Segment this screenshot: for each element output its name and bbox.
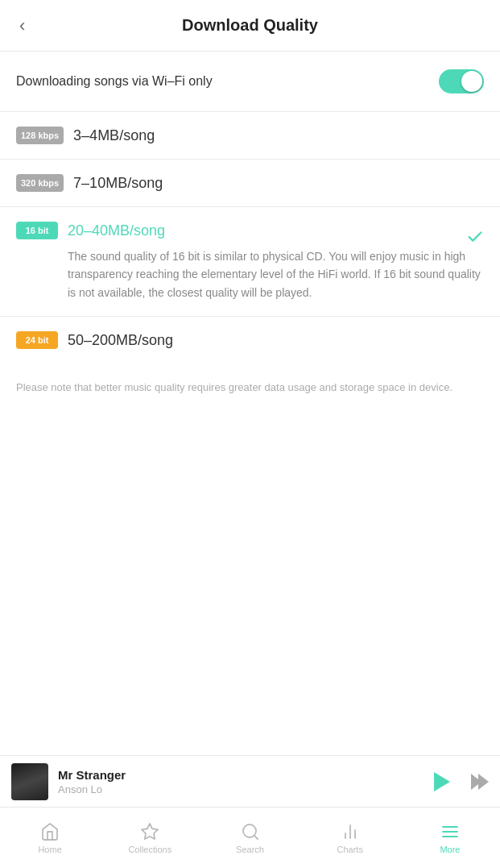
quality-option-320kbps[interactable]: 320 kbps 7–10MB/song	[0, 160, 500, 207]
play-button[interactable]	[426, 767, 455, 796]
bottom-nav: Home Collections Search Charts More	[0, 807, 500, 868]
nav-item-search[interactable]: Search	[200, 808, 300, 868]
svg-marker-0	[142, 824, 158, 839]
page-title: Download Quality	[182, 16, 318, 35]
badge-24bit: 24 bit	[16, 331, 58, 349]
badge-16bit: 16 bit	[16, 222, 58, 239]
track-name: Mr Stranger	[58, 768, 426, 782]
nav-label-search: Search	[236, 845, 264, 854]
toggle-knob	[461, 71, 482, 92]
now-playing-bar: Mr Stranger Anson Lo	[0, 755, 500, 807]
nav-item-more[interactable]: More	[400, 808, 500, 868]
home-icon	[40, 822, 60, 841]
app-header: ‹ Download Quality	[0, 0, 500, 52]
quality-size-24bit: 50–200MB/song	[68, 332, 173, 349]
quality-option-16bit[interactable]: 16 bit 20–40MB/song The sound quality of…	[0, 207, 500, 317]
player-controls	[426, 767, 489, 796]
badge-320kbps: 320 kbps	[16, 174, 64, 192]
quality-item-row-128kbps: 128 kbps 3–4MB/song	[16, 127, 484, 144]
search-icon	[241, 822, 260, 841]
album-art-image	[11, 763, 48, 800]
track-info: Mr Stranger Anson Lo	[58, 768, 426, 795]
nav-label-more: More	[440, 845, 460, 854]
quality-list: 128 kbps 3–4MB/song 320 kbps 7–10MB/song…	[0, 112, 500, 363]
wifi-toggle-row: Downloading songs via Wi–Fi only	[0, 52, 500, 112]
collections-icon	[140, 822, 159, 841]
quality-description-16bit: The sound quality of 16 bit is similar t…	[16, 247, 484, 301]
selected-check-icon	[466, 228, 484, 251]
nav-label-charts: Charts	[337, 845, 363, 854]
back-button[interactable]: ‹	[13, 9, 31, 43]
nav-label-home: Home	[38, 845, 61, 854]
nav-label-collections: Collections	[128, 845, 171, 854]
track-artist: Anson Lo	[58, 783, 426, 795]
more-icon	[440, 822, 460, 841]
quality-option-128kbps[interactable]: 128 kbps 3–4MB/song	[0, 112, 500, 160]
fast-forward-button[interactable]	[471, 774, 489, 790]
album-art	[11, 763, 48, 800]
charts-icon	[341, 822, 360, 841]
badge-128kbps: 128 kbps	[16, 127, 64, 144]
wifi-label: Downloading songs via Wi–Fi only	[16, 74, 213, 89]
nav-item-home[interactable]: Home	[0, 808, 100, 868]
svg-line-2	[254, 835, 257, 838]
quality-item-row-24bit: 24 bit 50–200MB/song	[16, 331, 484, 349]
nav-item-collections[interactable]: Collections	[100, 808, 200, 868]
quality-size-16bit: 20–40MB/song	[68, 222, 165, 239]
play-icon	[434, 772, 450, 791]
quality-size-128kbps: 3–4MB/song	[73, 127, 155, 144]
notice-text: Please note that better music quality re…	[0, 363, 500, 413]
nav-item-charts[interactable]: Charts	[300, 808, 400, 868]
wifi-toggle[interactable]	[439, 69, 484, 93]
ff-arrow-2	[478, 774, 489, 790]
quality-option-24bit[interactable]: 24 bit 50–200MB/song	[0, 317, 500, 363]
quality-item-row-320kbps: 320 kbps 7–10MB/song	[16, 174, 484, 192]
quality-size-320kbps: 7–10MB/song	[73, 175, 163, 192]
fast-forward-icon	[471, 774, 489, 790]
quality-item-row-16bit: 16 bit 20–40MB/song	[16, 222, 484, 239]
